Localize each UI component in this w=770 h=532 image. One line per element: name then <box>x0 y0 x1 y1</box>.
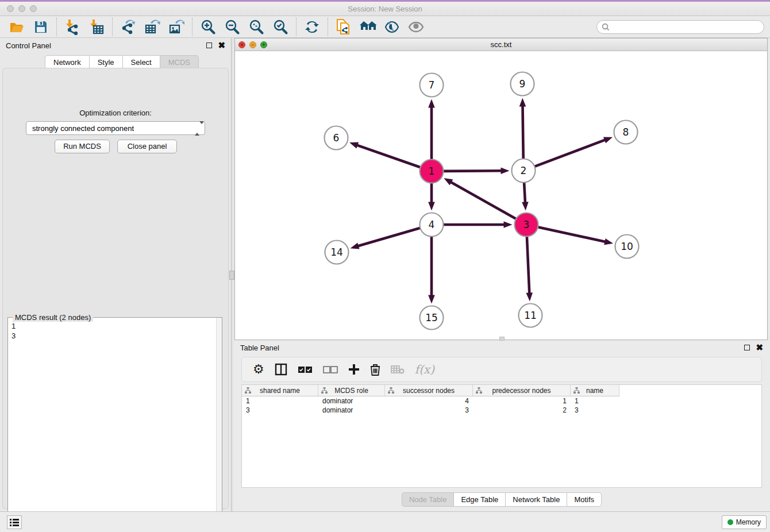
delete-table-icon <box>391 362 405 377</box>
result-scrollbar[interactable] <box>216 318 222 532</box>
zoom-in-icon[interactable] <box>199 18 217 36</box>
table-settings-icon[interactable]: ⚙ <box>253 362 264 377</box>
zoom-fit-icon[interactable] <box>248 18 265 36</box>
column-label: predecessor nodes <box>492 387 550 395</box>
tab-network-table[interactable]: Network Table <box>505 492 567 507</box>
task-history-button[interactable] <box>7 515 22 529</box>
column-header-predecessor-nodes[interactable]: predecessor nodes <box>473 385 571 396</box>
export-table-icon[interactable] <box>144 18 161 36</box>
cell[interactable]: 1 <box>242 396 318 406</box>
column-header-MCDS-role[interactable]: MCDS role <box>318 385 385 396</box>
cell[interactable]: dominator <box>318 396 385 406</box>
node-label-11: 11 <box>524 310 537 321</box>
cell[interactable]: 2 <box>473 406 571 415</box>
mcds-panel: Optimization criterion: strongly connect… <box>2 68 229 509</box>
edge-arrow-2-3 <box>522 202 529 210</box>
node-label-9: 9 <box>519 78 526 90</box>
cell[interactable]: 1 <box>571 396 619 406</box>
eye-icon[interactable] <box>407 18 425 36</box>
node-label-2: 2 <box>521 165 527 176</box>
hierarchy-icon <box>245 387 251 394</box>
paint-icon[interactable] <box>383 18 401 36</box>
edge-1-6[interactable] <box>356 145 420 167</box>
column-header-successor-nodes[interactable]: successor nodes <box>385 385 473 396</box>
export-network-icon[interactable] <box>120 18 137 36</box>
home-icon[interactable] <box>359 18 376 36</box>
table-toolbar: ⚙ f(x) <box>241 357 762 382</box>
table-row-1[interactable]: 1dominator411 <box>242 396 761 406</box>
column-header-shared-name[interactable]: shared name <box>242 385 318 396</box>
edge-3-10[interactable] <box>538 227 606 242</box>
edge-2-9[interactable] <box>522 105 523 159</box>
delete-column-icon[interactable] <box>370 362 380 377</box>
tab-motifs[interactable]: Motifs <box>567 492 602 507</box>
table-header-row: shared nameMCDS rolesuccessor nodesprede… <box>242 385 619 396</box>
toolbar-separator <box>192 18 192 36</box>
cell[interactable]: 3 <box>571 406 619 415</box>
clone-network-icon[interactable] <box>335 18 352 36</box>
cell[interactable]: 3 <box>242 406 318 415</box>
table-row-2[interactable]: 3dominator323 <box>242 406 761 415</box>
select-all-icon[interactable] <box>298 362 313 377</box>
node-label-10: 10 <box>621 241 633 252</box>
memory-button[interactable]: Memory <box>722 515 767 529</box>
float-panel-icon[interactable] <box>206 43 212 48</box>
edge-3-1[interactable] <box>451 182 516 219</box>
show-columns-icon[interactable] <box>275 362 287 377</box>
edge-2-3[interactable] <box>524 182 525 203</box>
cell[interactable]: dominator <box>318 406 385 415</box>
toolbar-separator <box>56 18 57 36</box>
mcds-result-title: MCDS result (2 nodes) <box>13 313 93 322</box>
edge-1-2[interactable] <box>443 171 502 171</box>
close-panel-icon[interactable]: ✖ <box>218 43 225 48</box>
node-label-3: 3 <box>523 219 530 230</box>
edge-arrow-3-11 <box>526 292 533 301</box>
edge-arrow-1-7 <box>428 99 435 108</box>
toolbar-separator <box>328 18 328 36</box>
optimization-select[interactable]: strongly connected component <box>26 121 205 135</box>
splitter-grip[interactable] <box>229 271 234 280</box>
network-window-titlebar[interactable]: × − + scc.txt <box>235 38 767 51</box>
cell[interactable]: 4 <box>385 396 473 406</box>
network-graph[interactable]: 7968124314101511 <box>235 51 767 340</box>
control-panel: Control Panel ✖ NetworkStyleSelectMCDS O… <box>0 38 231 511</box>
node-table: shared nameMCDS rolesuccessor nodesprede… <box>241 384 762 488</box>
cell[interactable]: 3 <box>385 406 473 415</box>
zoom-out-icon[interactable] <box>224 18 241 36</box>
edge-arrow-4-14 <box>351 242 360 249</box>
edge-3-11[interactable] <box>527 236 529 294</box>
open-session-icon[interactable] <box>8 18 25 36</box>
hierarchy-icon <box>476 387 482 394</box>
edge-4-14[interactable] <box>357 228 420 246</box>
refresh-icon[interactable] <box>303 18 321 36</box>
column-header-name[interactable]: name <box>571 385 619 396</box>
add-column-icon[interactable] <box>348 362 360 377</box>
zoom-selected-icon[interactable] <box>272 18 289 36</box>
import-table-icon[interactable] <box>88 18 105 36</box>
close-panel-button[interactable]: Close panel <box>117 140 177 153</box>
edge-arrow-4-3 <box>504 221 513 228</box>
save-session-icon[interactable] <box>32 18 49 36</box>
table-panel: Table Panel ✖ ⚙ f(x) shared nameMCDS rol… <box>233 341 770 511</box>
status-bar: Memory <box>0 511 770 532</box>
export-image-icon[interactable] <box>168 18 185 36</box>
tab-edge-table[interactable]: Edge Table <box>453 492 505 507</box>
close-table-panel-icon[interactable]: ✖ <box>756 345 763 350</box>
float-table-panel-icon[interactable] <box>744 345 750 350</box>
optimization-value: strongly connected component <box>32 124 134 133</box>
horizontal-splitter-grip[interactable] <box>499 337 505 341</box>
deselect-all-icon[interactable] <box>323 362 338 377</box>
edge-2-8[interactable] <box>534 140 606 167</box>
optimization-label: Optimization criterion: <box>3 109 228 117</box>
tab-node-table[interactable]: Node Table <box>402 492 454 507</box>
node-label-1: 1 <box>429 165 435 177</box>
import-network-icon[interactable] <box>64 18 81 36</box>
column-label: name <box>586 387 603 395</box>
edge-arrow-1-2 <box>500 167 509 174</box>
search-input[interactable] <box>612 23 764 31</box>
node-label-6: 6 <box>333 132 340 144</box>
memory-label: Memory <box>736 518 761 526</box>
cell[interactable]: 1 <box>473 396 571 406</box>
search-box[interactable] <box>596 20 764 34</box>
run-mcds-button[interactable]: Run MCDS <box>55 140 110 153</box>
